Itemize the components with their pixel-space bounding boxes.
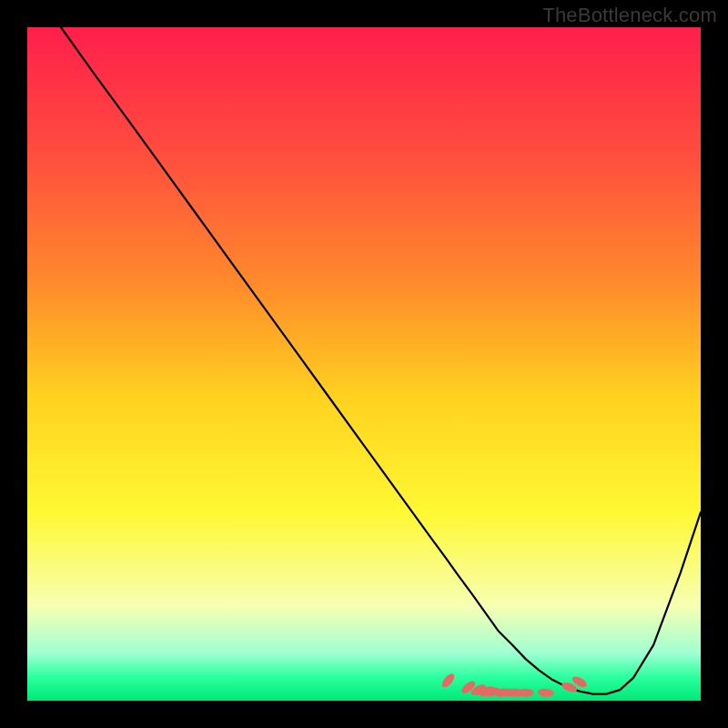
watermark-text: TheBottleneck.com [542, 4, 717, 27]
chart-container: TheBottleneck.com [0, 0, 728, 728]
bottleneck-chart [27, 27, 701, 701]
gradient-background [27, 27, 701, 701]
trough-marker [518, 689, 534, 697]
